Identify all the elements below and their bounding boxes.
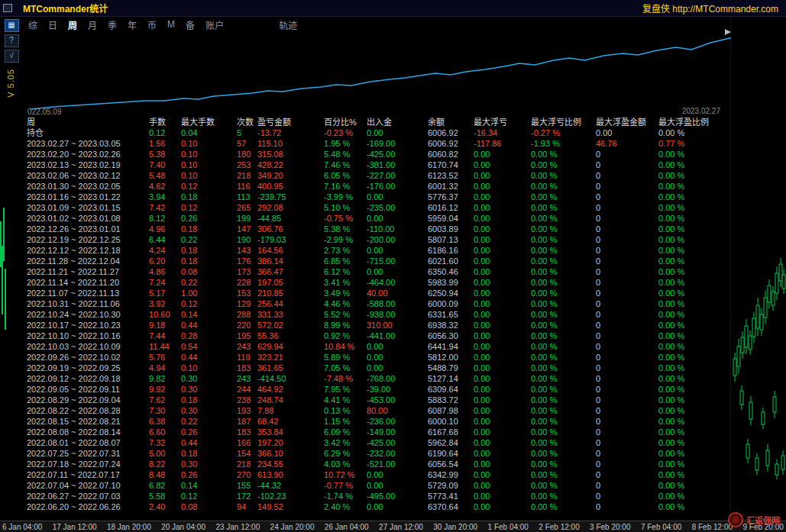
value-cell: 6000.09 [428, 298, 474, 309]
table-row[interactable]: 2022.06.27 ~ 2022.07.035.580.12172-102.2… [23, 491, 731, 501]
value-cell: 0.10 [181, 138, 237, 149]
table-row[interactable]: 2022.07.18 ~ 2022.07.248.220.30218234.55… [23, 459, 731, 469]
table-row[interactable]: 2022.08.08 ~ 2022.08.146.600.26183353.84… [23, 427, 731, 437]
table-row[interactable]: 2022.10.10 ~ 2022.10.167.440.2819555.360… [23, 330, 731, 341]
table-row[interactable]: 2023.02.06 ~ 2023.02.125.480.10218349.20… [23, 170, 731, 181]
period-cell: 2022.09.12 ~ 2022.09.18 [27, 373, 149, 384]
value-cell: 0.00 % [531, 202, 596, 213]
value-cell: 57 [237, 138, 257, 149]
time-axis-label: 7 Feb 04:00 [641, 523, 681, 531]
window-restore-icon[interactable] [3, 4, 12, 12]
value-cell: -441.00 [367, 330, 428, 341]
tab-summary[interactable]: 综 [23, 18, 43, 31]
table-row[interactable]: 2022.12.12 ~ 2022.12.184.240.18143164.56… [23, 245, 731, 256]
value-cell: 6.20 [149, 256, 181, 266]
value-cell: 220 [237, 320, 257, 330]
column-header: 周 [27, 117, 149, 127]
value-cell: -425.00 [367, 149, 428, 160]
value-cell: -1.93 % [531, 138, 596, 149]
table-row[interactable]: 持仓0.120.045-13.72-0.23 %0.006006.92-16.3… [23, 127, 731, 138]
table-row[interactable]: 2022.12.19 ~ 2022.12.256.440.22190-179.0… [23, 234, 731, 245]
table-row[interactable]: 2023.01.02 ~ 2023.01.088.120.26199-44.85… [23, 213, 731, 224]
value-cell: 0.00 [474, 277, 531, 288]
table-row[interactable]: 2022.06.20 ~ 2022.06.262.400.0894149.522… [23, 501, 731, 512]
table-row[interactable]: 2022.11.07 ~ 2022.11.135.171.00153210.85… [23, 288, 731, 298]
table-row[interactable]: 2022.11.28 ~ 2022.12.046.200.18176386.14… [23, 256, 731, 266]
table-row[interactable]: 2022.07.25 ~ 2022.07.315.000.18154366.10… [23, 448, 731, 459]
table-row[interactable]: 2022.09.26 ~ 2022.10.025.760.44119323.21… [23, 352, 731, 363]
table-row[interactable]: 2022.10.17 ~ 2022.10.239.180.44220572.02… [23, 320, 731, 330]
value-cell: 0.12 [181, 298, 237, 309]
value-cell: 2.73 % [324, 245, 367, 256]
check-icon[interactable]: √ [5, 50, 19, 63]
value-cell: 6331.65 [428, 309, 474, 320]
value-cell: 0 [596, 234, 658, 245]
table-row[interactable]: 2022.07.11 ~ 2022.07.178.480.26270613.90… [23, 469, 731, 480]
value-cell: 244 [237, 384, 257, 395]
table-row[interactable]: 2022.12.26 ~ 2023.01.014.960.18147306.76… [23, 224, 731, 234]
value-cell: 2.40 [149, 501, 181, 512]
period-cell: 2023.02.13 ~ 2023.02.19 [27, 160, 149, 170]
value-cell: 5983.99 [428, 277, 474, 288]
tab-quarterly[interactable]: 季 [102, 18, 122, 31]
help-icon[interactable]: ? [5, 34, 19, 47]
tab-monthly[interactable]: 月 [82, 18, 102, 31]
table-row[interactable]: 2022.10.31 ~ 2022.11.063.920.12129256.44… [23, 298, 731, 309]
value-cell: 0.00 % [658, 459, 731, 469]
table-row[interactable]: 2022.10.24 ~ 2022.10.3010.600.14288331.3… [23, 309, 731, 320]
period-cell: 2022.11.21 ~ 2022.11.27 [27, 266, 149, 277]
value-cell: 9.82 [149, 373, 181, 384]
tab-yearly[interactable]: 年 [122, 18, 142, 31]
value-cell: 218 [237, 170, 257, 181]
price-shift-arrow-icon[interactable] [725, 29, 731, 35]
table-row[interactable]: 2022.10.03 ~ 2022.10.0911.440.54243629.9… [23, 341, 731, 352]
value-cell: -239.75 [257, 192, 324, 202]
table-row[interactable]: 2022.09.19 ~ 2022.09.254.940.10183361.65… [23, 363, 731, 373]
table-row[interactable]: 2022.08.22 ~ 2022.08.287.300.301937.880.… [23, 405, 731, 416]
tab-currency[interactable]: 币 [142, 18, 162, 31]
value-cell: -0.23 % [324, 127, 367, 138]
value-cell: 0.00 % [531, 288, 596, 298]
period-cell: 2022.10.17 ~ 2022.10.23 [27, 320, 149, 330]
table-row[interactable]: 2022.08.15 ~ 2022.08.216.380.2218768.421… [23, 416, 731, 427]
table-row[interactable]: 2022.09.05 ~ 2022.09.119.920.30244464.92… [23, 384, 731, 395]
value-cell: 0.00 % [658, 234, 731, 245]
table-row[interactable]: 2023.02.27 ~ 2023.03.051.560.1057115.101… [23, 138, 731, 149]
version-label: V 5.05 [6, 69, 17, 98]
table-row[interactable]: 2023.01.16 ~ 2023.01.223.940.18113-239.7… [23, 192, 731, 202]
value-cell: 6016.12 [428, 202, 474, 213]
tab-account[interactable]: 账户 [200, 18, 229, 31]
table-row[interactable]: 2022.11.21 ~ 2022.11.274.860.08173366.47… [23, 266, 731, 277]
table-row[interactable]: 2023.02.13 ~ 2023.02.197.400.10253428.22… [23, 160, 731, 170]
value-cell: 0 [596, 277, 658, 288]
value-cell: 0.00 % [658, 298, 731, 309]
value-cell: -16.34 [474, 127, 531, 138]
period-cell: 2022.07.11 ~ 2022.07.17 [27, 469, 149, 480]
brand-link[interactable]: 复盘侠 http://MTCommander.com [642, 2, 778, 15]
value-cell: 0.00 [474, 160, 531, 170]
value-cell: 0.00 % [658, 149, 731, 160]
value-cell: 0.92 % [324, 330, 367, 341]
panel-icon[interactable]: ▦ [5, 19, 19, 32]
value-cell: 228 [237, 277, 257, 288]
value-cell: 1.15 % [324, 416, 367, 427]
tab-m[interactable]: M [162, 19, 180, 30]
table-row[interactable]: 2023.01.09 ~ 2023.01.157.420.12265292.08… [23, 202, 731, 213]
table-row[interactable]: 2022.11.14 ~ 2022.11.207.240.22228197.05… [23, 277, 731, 288]
value-cell: 155 [237, 480, 257, 491]
table-row[interactable]: 2023.01.30 ~ 2023.02.054.620.12116400.95… [23, 181, 731, 192]
tab-weekly[interactable]: 周 [63, 18, 82, 31]
value-cell: 0.00 % [658, 501, 731, 512]
table-row[interactable]: 2023.02.20 ~ 2023.02.265.380.10180315.08… [23, 149, 731, 160]
tab-notes[interactable]: 备 [180, 18, 200, 31]
table-row[interactable]: 2022.08.01 ~ 2022.08.077.320.44166197.20… [23, 437, 731, 448]
value-cell: 197.05 [257, 277, 324, 288]
tab-trajectory[interactable]: 轨迹 [273, 18, 302, 31]
table-row[interactable]: 2022.09.12 ~ 2022.09.189.820.30243-414.5… [23, 373, 731, 384]
value-cell: 5.17 [149, 288, 181, 298]
tab-daily[interactable]: 日 [43, 18, 63, 31]
value-cell: 5.76 [149, 352, 181, 363]
table-row[interactable]: 2022.07.04 ~ 2022.07.106.820.14155-44.32… [23, 480, 731, 491]
value-cell: 0.12 [181, 202, 237, 213]
table-row[interactable]: 2022.08.29 ~ 2022.09.047.620.18238248.74… [23, 395, 731, 405]
